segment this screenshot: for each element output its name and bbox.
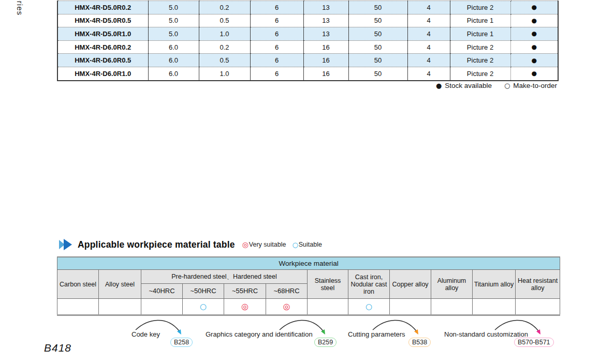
table-row: HMX-4R-D5.0R0.5 5.0 0.5 6 13 50 4 Pictur… — [57, 14, 558, 27]
spec-cell: 13 — [303, 27, 348, 41]
suitable-icon: ○ — [292, 241, 298, 249]
picture-ref: Picture 2 — [450, 54, 510, 67]
series-side-label: series — [16, 0, 24, 16]
curved-arrow-icon — [134, 317, 185, 337]
mark-cell-68hrc: ◎ — [266, 299, 308, 315]
picture-ref: Picture 2 — [450, 1, 510, 14]
col-header-titanium-alloy: Titanium alloy — [473, 270, 516, 299]
mark-cell-titanium — [473, 299, 516, 315]
mark-cell-aluminum — [431, 299, 473, 315]
mark-cell-copper — [390, 299, 431, 315]
picture-ref: Picture 1 — [450, 14, 510, 27]
col-header-heat-resistant-alloy: Heat resistant alloy — [516, 270, 560, 299]
product-code: HMX-4R-D6.0R0.2 — [57, 40, 148, 54]
picture-ref: Picture 1 — [450, 27, 510, 41]
col-header-carbon-steel: Carbon steel — [57, 270, 99, 299]
table-row: ○ ◎ ◎ ○ — [57, 299, 560, 315]
page-number: B418 — [44, 342, 71, 354]
mark-cell-carbon — [57, 299, 99, 315]
page-ref-b258[interactable]: B258 — [170, 338, 193, 347]
suitable-mark: ○ — [366, 302, 372, 311]
spec-cell: 6 — [250, 40, 303, 54]
workpiece-material-header: Workpiece material — [57, 257, 560, 270]
stock-indicator: ● — [510, 54, 558, 67]
picture-ref: Picture 2 — [450, 67, 510, 80]
mark-cell-alloy — [99, 299, 141, 315]
table-row: HMX-4R-D6.0R1.0 6.0 1.0 6 16 50 4 Pictur… — [57, 67, 558, 80]
spec-cell: 4 — [407, 27, 450, 41]
col-header-alloy-steel: Alloy steel — [99, 270, 141, 299]
spec-cell: 50 — [348, 67, 407, 80]
mark-cell-stainless — [308, 299, 348, 315]
spec-cell: 13 — [303, 1, 348, 14]
section-title: Applicable workpiece material table — [78, 239, 235, 250]
spec-cell: 0.2 — [199, 40, 250, 54]
stock-indicator: ● — [510, 27, 558, 41]
mark-cell-40hrc — [141, 299, 183, 315]
table-row: HMX-4R-D6.0R0.5 6.0 0.5 6 16 50 4 Pictur… — [57, 54, 558, 67]
spec-cell: 6 — [250, 14, 303, 27]
spec-cell: 50 — [348, 1, 407, 14]
spec-cell: 4 — [407, 54, 450, 67]
page-ref-b259[interactable]: B259 — [314, 338, 337, 347]
col-header-copper-alloy: Copper alloy — [390, 270, 431, 299]
col-group-hardened-steel: Pre-hardened steel、Hardened steel — [141, 270, 308, 284]
spec-cell: 5.0 — [148, 1, 199, 14]
curved-arrow-icon — [371, 317, 422, 337]
workpiece-material-table: Workpiece material Carbon steel Alloy st… — [57, 256, 560, 316]
spec-cell: 16 — [303, 67, 348, 80]
col-header-stainless-steel: Stainless steel — [308, 270, 348, 299]
stock-indicator: ● — [510, 14, 558, 27]
spec-cell: 5.0 — [148, 14, 199, 27]
spec-cell: 50 — [348, 54, 407, 67]
table-row: HMX-4R-D5.0R1.0 5.0 1.0 6 13 50 4 Pictur… — [57, 27, 558, 41]
stock-legend: ●Stock available ○Make-to-order — [436, 82, 557, 89]
table-row: Carbon steel Alloy steel Pre-hardened st… — [57, 270, 560, 284]
product-spec-table: HMX-4R-D5.0R0.2 5.0 0.2 6 13 50 4 Pictur… — [57, 1, 559, 81]
table-row: HMX-4R-D5.0R0.2 5.0 0.2 6 13 50 4 Pictur… — [57, 1, 558, 14]
spec-cell: 4 — [407, 1, 450, 14]
mark-cell-cast-iron: ○ — [348, 299, 390, 315]
spec-cell: 6.0 — [148, 40, 199, 54]
spec-cell: 50 — [348, 27, 407, 41]
curved-arrow-icon — [277, 317, 329, 337]
product-code: HMX-4R-D5.0R0.2 — [57, 1, 148, 14]
stock-indicator: ● — [510, 1, 558, 14]
spec-cell: 50 — [348, 40, 407, 54]
spec-cell: 0.5 — [199, 54, 250, 67]
stock-indicator: ● — [510, 67, 558, 80]
mark-cell-50hrc: ○ — [183, 299, 224, 315]
suitable-label: Suitable — [299, 241, 322, 248]
spec-cell: 13 — [303, 14, 348, 27]
spec-cell: 6 — [250, 27, 303, 41]
spec-cell: 4 — [407, 14, 450, 27]
spec-cell: 5.0 — [148, 27, 199, 41]
col-header-40hrc: ~40HRC — [141, 284, 183, 299]
curved-arrow-icon — [493, 317, 545, 337]
spec-cell: 4 — [407, 40, 450, 54]
material-section-header: Applicable workpiece material table ◎Ver… — [58, 238, 322, 251]
product-code: HMX-4R-D5.0R1.0 — [57, 27, 148, 41]
col-header-cast-iron: Cast iron, Nodular cast iron — [348, 270, 390, 299]
mark-cell-55hrc: ◎ — [224, 299, 266, 315]
stock-available-icon: ● — [436, 82, 442, 89]
very-suitable-mark: ◎ — [241, 301, 248, 311]
col-header-55hrc: ~55HRC — [224, 284, 266, 299]
spec-cell: 0.2 — [199, 1, 250, 14]
double-chevron-icon — [58, 238, 74, 251]
table-row: Workpiece material — [57, 257, 560, 270]
page-ref-b538[interactable]: B538 — [408, 338, 431, 347]
page-ref-b570-b571[interactable]: B570-B571 — [514, 338, 554, 347]
very-suitable-mark: ◎ — [283, 301, 290, 311]
spec-cell: 1.0 — [199, 27, 250, 41]
product-code: HMX-4R-D6.0R0.5 — [57, 54, 148, 67]
make-to-order-icon: ○ — [504, 82, 510, 89]
col-header-aluminum-alloy: Aluminum alloy — [431, 270, 473, 299]
catalog-page: series HMX-4R-D5.0R0.2 5.0 0.2 6 13 50 4… — [0, 0, 614, 364]
spec-cell: 6 — [250, 67, 303, 80]
spec-cell: 6 — [250, 54, 303, 67]
picture-ref: Picture 2 — [450, 40, 510, 54]
suitable-mark: ○ — [200, 302, 207, 311]
stock-available-label: Stock available — [445, 82, 492, 89]
very-suitable-icon: ◎ — [242, 240, 248, 249]
